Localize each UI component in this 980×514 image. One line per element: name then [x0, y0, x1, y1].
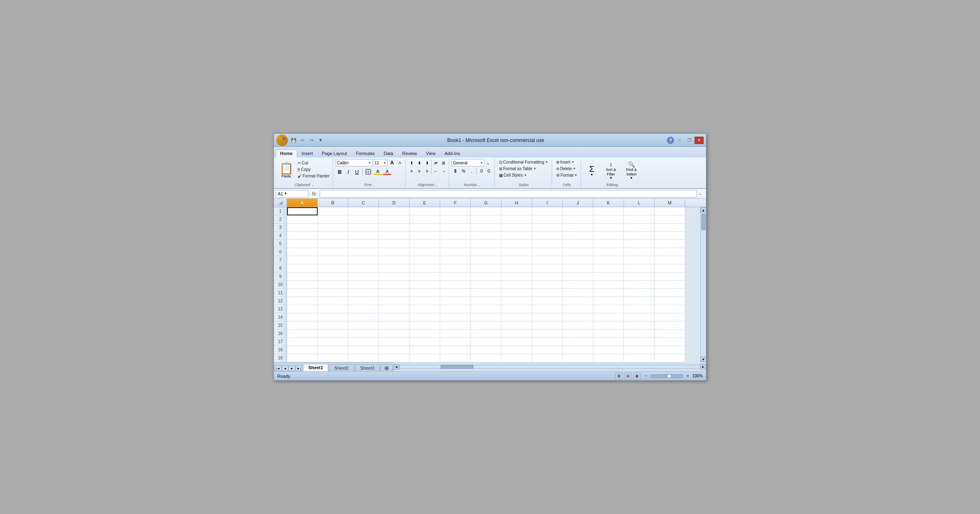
col-header-K[interactable]: K	[593, 199, 624, 207]
cell-B10[interactable]	[318, 281, 348, 289]
cell-M18[interactable]	[655, 346, 685, 354]
cell-styles-button[interactable]: ▦ Cell Styles ▼	[497, 172, 528, 178]
cell-K9[interactable]	[593, 273, 624, 281]
undo-quick-btn[interactable]: ↩	[298, 136, 307, 144]
font-shrink-btn[interactable]: A	[396, 159, 403, 166]
cell-A11[interactable]	[287, 289, 318, 297]
row-num-6[interactable]: 6	[274, 248, 287, 256]
cell-D1[interactable]	[379, 207, 410, 215]
cell-H17[interactable]	[501, 338, 532, 346]
restore-button[interactable]: ❐	[685, 137, 694, 144]
cell-M10[interactable]	[655, 281, 685, 289]
next-sheet-btn[interactable]: ►	[289, 366, 295, 371]
cell-K7[interactable]	[593, 256, 624, 264]
cell-D8[interactable]	[379, 264, 410, 273]
cell-E14[interactable]	[410, 313, 440, 321]
cell-K13[interactable]	[593, 305, 624, 313]
row-num-8[interactable]: 8	[274, 264, 287, 273]
cell-M2[interactable]	[655, 215, 685, 224]
col-header-H[interactable]: H	[501, 199, 532, 207]
cell-H9[interactable]	[501, 273, 532, 281]
cell-D15[interactable]	[379, 321, 410, 330]
cell-B3[interactable]	[318, 224, 348, 232]
cell-A2[interactable]	[287, 215, 318, 224]
cell-K4[interactable]	[593, 232, 624, 240]
sort-filter-button[interactable]: ↕ Sort &Filter ▼	[601, 159, 620, 182]
comma-btn[interactable]: ,	[468, 167, 475, 175]
cell-A18[interactable]	[287, 346, 318, 354]
cell-G5[interactable]	[471, 240, 501, 248]
cell-D14[interactable]	[379, 313, 410, 321]
cell-K1[interactable]	[593, 207, 624, 215]
cell-K2[interactable]	[593, 215, 624, 224]
cell-E8[interactable]	[410, 264, 440, 273]
cell-M5[interactable]	[655, 240, 685, 248]
tab-page-layout[interactable]: Page Layout	[317, 149, 352, 157]
cell-F5[interactable]	[440, 240, 471, 248]
cell-C11[interactable]	[348, 289, 379, 297]
cell-J17[interactable]	[563, 338, 593, 346]
cell-J12[interactable]	[563, 297, 593, 305]
cell-I16[interactable]	[532, 330, 563, 338]
cell-K11[interactable]	[593, 289, 624, 297]
col-header-B[interactable]: B	[318, 199, 348, 207]
sheet-tab-1[interactable]: Sheet1	[303, 364, 328, 371]
zoom-slider[interactable]	[650, 374, 683, 378]
cell-C8[interactable]	[348, 264, 379, 273]
cell-A1[interactable]	[287, 207, 318, 215]
cell-C12[interactable]	[348, 297, 379, 305]
first-sheet-btn[interactable]: |◄	[275, 366, 281, 371]
row-num-11[interactable]: 11	[274, 289, 287, 297]
cell-D9[interactable]	[379, 273, 410, 281]
tab-data[interactable]: Data	[379, 149, 398, 157]
cell-G14[interactable]	[471, 313, 501, 321]
cell-I1[interactable]	[532, 207, 563, 215]
cell-I18[interactable]	[532, 346, 563, 354]
cell-L4[interactable]	[624, 232, 655, 240]
cell-A5[interactable]	[287, 240, 318, 248]
cell-H18[interactable]	[501, 346, 532, 354]
cell-F14[interactable]	[440, 313, 471, 321]
percent-btn[interactable]: %	[460, 167, 467, 175]
decrease-indent-btn[interactable]: ←	[432, 167, 439, 175]
row-num-3[interactable]: 3	[274, 224, 287, 232]
cell-A10[interactable]	[287, 281, 318, 289]
cell-B14[interactable]	[318, 313, 348, 321]
fill-color-button[interactable]: A	[373, 168, 382, 176]
cell-C2[interactable]	[348, 215, 379, 224]
cell-A4[interactable]	[287, 232, 318, 240]
cell-H4[interactable]	[501, 232, 532, 240]
cell-G2[interactable]	[471, 215, 501, 224]
cell-B2[interactable]	[318, 215, 348, 224]
col-header-C[interactable]: C	[348, 199, 379, 207]
cell-D17[interactable]	[379, 338, 410, 346]
cell-L6[interactable]	[624, 248, 655, 256]
align-right-btn[interactable]: ≡	[423, 167, 431, 175]
cell-M17[interactable]	[655, 338, 685, 346]
merge-center-btn[interactable]: ⊞	[440, 159, 447, 166]
cell-J18[interactable]	[563, 346, 593, 354]
cell-L13[interactable]	[624, 305, 655, 313]
cell-I3[interactable]	[532, 224, 563, 232]
row-num-19[interactable]: 19	[274, 354, 287, 362]
cell-E5[interactable]	[410, 240, 440, 248]
decrease-decimal-btn[interactable]: 0.	[486, 167, 493, 175]
cell-F18[interactable]	[440, 346, 471, 354]
scroll-thumb[interactable]	[702, 214, 706, 230]
cell-H2[interactable]	[501, 215, 532, 224]
cell-L19[interactable]	[624, 354, 655, 362]
find-select-button[interactable]: 🔍 Find &Select ▼	[622, 159, 641, 182]
cell-B17[interactable]	[318, 338, 348, 346]
cell-D13[interactable]	[379, 305, 410, 313]
cell-E10[interactable]	[410, 281, 440, 289]
cell-I8[interactable]	[532, 264, 563, 273]
paste-button[interactable]: 📋 Paste	[277, 159, 295, 182]
cell-A3[interactable]	[287, 224, 318, 232]
cell-F12[interactable]	[440, 297, 471, 305]
cell-J11[interactable]	[563, 289, 593, 297]
row-num-4[interactable]: 4	[274, 232, 287, 240]
cell-A19[interactable]	[287, 354, 318, 362]
zoom-out-btn[interactable]: −	[642, 372, 650, 380]
row-num-13[interactable]: 13	[274, 305, 287, 313]
cell-F13[interactable]	[440, 305, 471, 313]
